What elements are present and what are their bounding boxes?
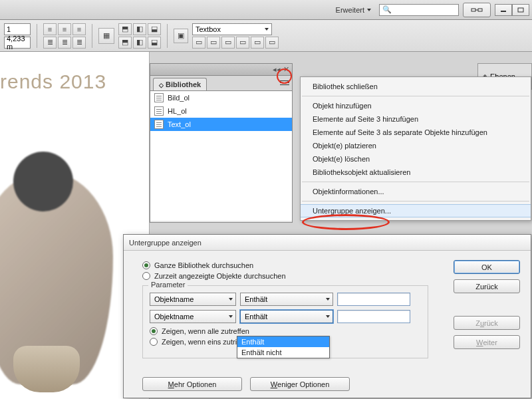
library-item[interactable]: HL_ol	[150, 104, 292, 118]
document-icon	[154, 106, 164, 116]
valign-bottom-icon[interactable]: ⬓	[148, 23, 161, 35]
control-bar: 1 4,233 m ≡ ≡ ≡ ≣ ≣ ≣ ▦ ⬒ ◧ ⬓ ⬒ ◧ ⬓ ▣ Te…	[0, 20, 532, 52]
panel-collapse-icon[interactable]: ◂◂	[273, 65, 281, 74]
align-right-icon[interactable]: ≡	[72, 23, 86, 35]
menu-separator	[302, 182, 529, 182]
menu-item[interactable]: Bibliotheksobjekt aktualisieren	[301, 166, 531, 179]
svg-rect-3	[518, 8, 523, 12]
wrap-shape-icon[interactable]: ▭	[236, 37, 249, 49]
library-item[interactable]: Text_ol	[150, 118, 292, 131]
param-field-select[interactable]: Objektname	[150, 293, 236, 306]
screen-icon	[471, 7, 483, 13]
screen-mode-button[interactable]	[463, 3, 491, 17]
dropdown-option[interactable]: Enthält nicht	[237, 347, 329, 358]
distribute-center-icon[interactable]: ◧	[133, 37, 146, 49]
ok-button[interactable]: OK	[454, 260, 520, 274]
param-operator-select[interactable]: Enthält	[240, 293, 333, 306]
menu-item[interactable]: Objektinformationen...	[301, 185, 531, 198]
menu-item[interactable]: Objekt(e) löschen	[301, 152, 531, 166]
align-left-icon[interactable]: ≡	[43, 23, 57, 35]
menu-item[interactable]: Elemente auf Seite 3 hinzufügen	[301, 112, 531, 126]
distribute-top-icon[interactable]: ⬒	[118, 37, 132, 49]
wrap-jump-icon[interactable]: ▭	[251, 37, 264, 49]
param-operator-select-open[interactable]: Enthält	[240, 310, 333, 323]
menu-item[interactable]: Untergruppe anzeigen...	[301, 204, 531, 217]
valign-top-icon[interactable]: ⬒	[118, 23, 132, 35]
radio-icon	[142, 261, 150, 269]
subset-dialog: Untergruppe anzeigen Ganze Bibliothek du…	[123, 234, 531, 398]
document-icon	[154, 120, 164, 129]
dropdown-option[interactable]: Enthält	[237, 336, 329, 347]
radio-icon	[150, 327, 158, 335]
library-item-label: Bild_ol	[168, 94, 190, 102]
text-frame-options-icon[interactable]: ▦	[98, 28, 114, 44]
fewer-options-button[interactable]: Weniger Optionen	[250, 377, 350, 391]
object-style-select[interactable]: Textbox	[192, 23, 272, 35]
search-input[interactable]: 🔍	[379, 4, 459, 16]
radio-icon	[150, 338, 158, 346]
library-item-label: HL_ol	[168, 107, 187, 115]
operator-dropdown-list: EnthältEnthält nicht	[237, 336, 330, 358]
radio-match-all[interactable]: Zeigen, wenn alle zutreffen	[150, 327, 421, 335]
wrap-none-icon[interactable]: ▭	[207, 37, 220, 49]
library-panel: ◂◂ ✕ ◇ Bibliothek Bild_olHL_olText_ol	[150, 63, 293, 223]
minimize-button[interactable]	[495, 4, 512, 16]
workspace-dropdown[interactable]: Erweitert	[332, 5, 375, 15]
app-titlebar: Erweitert 🔍	[0, 0, 532, 20]
wrap-column-icon[interactable]: ▭	[265, 37, 279, 49]
maximize-button[interactable]	[512, 4, 529, 16]
menu-separator	[302, 201, 529, 201]
library-item-label: Text_ol	[168, 120, 191, 128]
columns-input[interactable]: 1	[4, 23, 31, 35]
document-icon	[154, 93, 164, 102]
svg-rect-1	[478, 9, 482, 11]
menu-item[interactable]: Objekt(e) platzieren	[301, 139, 531, 152]
panel-menu-button[interactable]	[279, 77, 291, 88]
align-center-icon[interactable]: ≡	[58, 23, 71, 35]
object-style-icon[interactable]: ▣	[174, 29, 188, 43]
cancel-button[interactable]: Zurück	[454, 279, 520, 293]
radio-icon	[142, 272, 150, 280]
clear-override-icon[interactable]: ▭	[192, 37, 205, 49]
valign-middle-icon[interactable]: ◧	[133, 23, 146, 35]
panel-close-icon[interactable]: ✕	[283, 65, 289, 74]
param-value-input[interactable]	[337, 293, 410, 306]
forward-button[interactable]: Weiter	[454, 335, 520, 349]
library-item[interactable]: Bild_ol	[150, 91, 292, 104]
library-tab[interactable]: ◇ Bibliothek	[153, 78, 207, 90]
svg-rect-0	[471, 9, 475, 11]
more-options-button[interactable]: Mehr Optionen	[142, 377, 242, 391]
param-field-select[interactable]: Objektname	[150, 310, 236, 323]
menu-item[interactable]: Elemente auf Seite 3 als separate Objekt…	[301, 126, 531, 139]
justify-left-icon[interactable]: ≣	[43, 37, 57, 49]
distribute-bottom-icon[interactable]: ⬓	[148, 37, 161, 49]
chevron-down-icon	[265, 28, 269, 31]
parameter-row-1: Objektname Enthält	[150, 293, 421, 306]
dialog-titlebar: Untergruppe anzeigen	[124, 235, 531, 251]
panel-context-menu: Bibliothek schließenObjekt hinzufügenEle…	[300, 76, 531, 221]
parameter-row-2: Objektname Enthält	[150, 310, 421, 323]
page-headline: rends 2013	[0, 52, 149, 93]
justify-center-icon[interactable]: ≣	[58, 37, 71, 49]
library-list: Bild_olHL_olText_ol	[150, 91, 292, 221]
menu-separator	[302, 96, 529, 96]
menu-item[interactable]: Bibliothek schließen	[301, 80, 531, 93]
param-value-input[interactable]	[337, 310, 410, 323]
wrap-around-icon[interactable]: ▭	[221, 37, 235, 49]
menu-item[interactable]: Objekt hinzufügen	[301, 99, 531, 112]
workspace-label: Erweitert	[336, 6, 364, 14]
gutter-input[interactable]: 4,233 m	[4, 37, 31, 49]
chevron-down-icon	[367, 9, 371, 11]
bag-photo	[13, 346, 80, 392]
back-button[interactable]: Zurück	[454, 316, 520, 330]
justify-right-icon[interactable]: ≣	[72, 37, 86, 49]
window-buttons	[495, 4, 529, 16]
